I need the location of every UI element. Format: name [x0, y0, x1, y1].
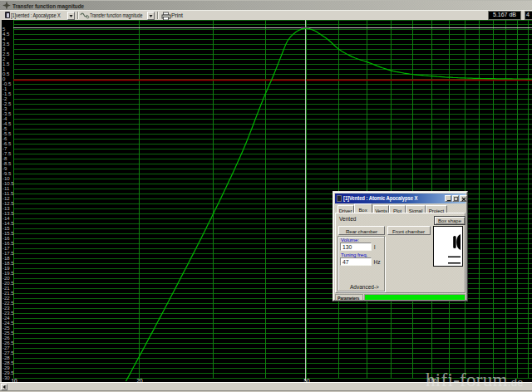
svg-text:-30: -30: [2, 375, 10, 380]
